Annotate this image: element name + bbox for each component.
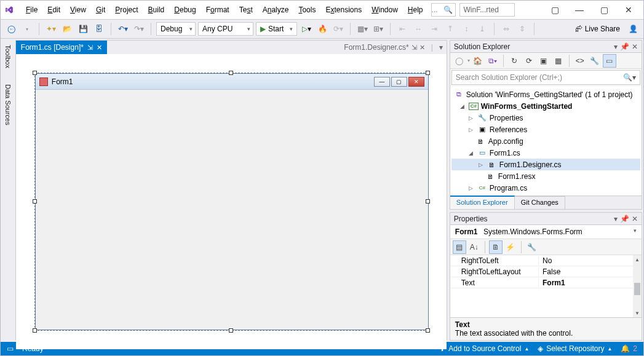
menu-build[interactable]: Build [144,3,169,17]
nav-back-button[interactable]: ◯← [4,22,18,36]
align-top-icon[interactable]: ⤒ [443,22,457,36]
tree-programcs-node[interactable]: ▷ C# Program.cs [451,182,640,194]
designer-selection-frame[interactable]: Form1 — ▢ ✕ [34,73,428,331]
live-share-button[interactable]: ⮳ Live Share [571,22,624,36]
menu-window[interactable]: Window [367,3,402,17]
save-button[interactable]: 💾 [76,22,90,36]
menu-tools[interactable]: Tools [294,3,320,17]
props-properties-icon[interactable]: 🗎 [489,240,503,254]
tree-form1resx-node[interactable]: 🗎 Form1.resx [451,170,640,182]
close-tab-icon[interactable]: ✕ [97,44,102,52]
align-middle-v-icon[interactable]: ↕ [459,22,473,36]
pin-icon[interactable]: ⇲ [411,44,417,52]
props-events-icon[interactable]: ⚡ [504,240,517,254]
chevron-down-icon[interactable]: ▾ [634,227,637,234]
tree-references-node[interactable]: ▷ ▣ References [451,124,640,135]
hot-reload-icon[interactable]: 🔥 [316,22,329,36]
redo-button[interactable]: ↷▾ [132,22,146,36]
expand-arrow-icon[interactable]: ▷ [467,127,475,133]
tree-solution-node[interactable]: ⧉ Solution 'WinForms_GettingStarted' (1 … [451,89,640,100]
property-row[interactable]: TextForm1 [450,277,642,288]
editor-tab-form1-designer-cs[interactable]: Form1.Designer.cs* ⇲ ✕ | ▾ [340,41,447,54]
scroll-thumb[interactable] [634,283,640,295]
save-all-button[interactable]: 🗄 [92,22,106,36]
se-refresh-icon[interactable]: ⟳ [522,54,536,68]
align-center-h-icon[interactable]: ↔ [411,22,425,36]
property-value[interactable]: Form1 [538,279,642,287]
solution-explorer-search[interactable]: Search Solution Explorer (Ctrl+;) 🔍▾ [451,70,640,85]
menu-debug[interactable]: Debug [170,3,200,17]
size-width-icon[interactable]: ⇔ [499,22,513,36]
new-project-button[interactable]: ✦▾ [44,22,58,36]
se-properties-icon[interactable]: 🔧 [588,54,602,68]
window-maximize-button[interactable]: ▢ [592,1,616,19]
property-value[interactable]: No [538,256,642,265]
title-search-box[interactable]: ... 🔍 [431,3,456,17]
se-switch-views-icon[interactable]: ⧉▾ [486,54,499,68]
start-button[interactable]: ▶Start [256,22,297,36]
props-categorized-icon[interactable]: ▤ [453,240,466,254]
platform-combo[interactable]: Any CPU [198,22,253,36]
align-left-icon[interactable]: ⇤ [396,22,409,36]
browser-link-icon[interactable]: ⟳▾ [332,22,345,36]
editor-tab-form1-design[interactable]: Form1.cs [Design]* ⇲ ✕ [16,41,107,54]
tree-appconfig-node[interactable]: 🗎 App.config [451,135,640,147]
expand-arrow-icon[interactable]: ▷ [467,115,475,121]
properties-grid[interactable]: RightToLeftNoRightToLeftLayoutFalseTextF… [450,255,642,317]
nav-forward-dropdown[interactable]: ▾ [20,22,34,36]
se-home-icon[interactable]: 🏠 [471,54,485,68]
menu-extensions[interactable]: Extensions [321,3,366,17]
undo-button[interactable]: ↶▾ [116,22,130,36]
solution-explorer-header[interactable]: Solution Explorer ▾ 📌 ✕ [450,41,642,53]
tab-solution-explorer[interactable]: Solution Explorer [450,196,515,209]
form1-window[interactable]: Form1 — ▢ ✕ [35,73,429,330]
sidebar-tab-toolbox[interactable]: Toolbox [4,42,12,71]
se-show-all-icon[interactable]: ▦ [552,54,565,68]
status-add-source-control[interactable]: ✚ Add to Source Control ▲ [439,344,529,353]
window-close-button[interactable]: ✕ [616,1,641,19]
tab-overflow-dropdown[interactable]: ▾ [439,43,443,52]
account-icon[interactable]: 👤 [626,22,640,36]
layout-group2-icon[interactable]: ⊞▾ [372,22,385,36]
align-right-icon[interactable]: ⇥ [427,22,441,36]
se-sync-icon[interactable]: ↻ [507,54,521,68]
panel-pin-icon[interactable]: 📌 [620,42,629,51]
menu-help[interactable]: Help [403,3,427,17]
menu-view[interactable]: View [66,3,90,17]
status-select-repository[interactable]: ◈ Select Repository ▲ [538,344,612,353]
panel-dropdown-icon[interactable]: ▾ [614,42,618,51]
props-wrench-icon[interactable]: 🔧 [525,240,539,254]
size-height-icon[interactable]: ⇕ [515,22,529,36]
tree-properties-node[interactable]: ▷ 🔧 Properties [451,112,640,124]
properties-scrollbar[interactable]: ▲ ▼ [633,255,642,317]
tree-project-node[interactable]: ◢ C# WinForms_GettingStarted [451,100,640,112]
menu-analyze[interactable]: Analyze [258,3,293,17]
tree-form1cs-node[interactable]: ◢ ▭ Form1.cs [451,147,640,159]
se-code-icon[interactable]: <> [573,54,587,68]
solution-tree[interactable]: ⧉ Solution 'WinForms_GettingStarted' (1 … [450,86,642,196]
expand-arrow-icon[interactable]: ◢ [459,103,466,109]
panel-close-icon[interactable]: ✕ [632,215,638,223]
start-without-debug-button[interactable]: ▷▾ [300,22,313,36]
scroll-down-icon[interactable]: ▼ [633,309,642,317]
expand-arrow-icon[interactable]: ▷ [467,185,475,191]
panel-pin-icon[interactable]: 📌 [620,215,629,223]
property-row[interactable]: RightToLeftLayoutFalse [450,266,642,277]
window-devtools-icon[interactable]: ▢ [543,1,567,19]
se-collapse-icon[interactable]: ▣ [537,54,551,68]
layout-group1-icon[interactable]: ▦▾ [356,22,369,36]
align-bottom-icon[interactable]: ⤓ [475,22,489,36]
property-value[interactable]: False [538,267,642,276]
menu-format[interactable]: Format [202,3,234,17]
tab-git-changes[interactable]: Git Changes [515,196,565,209]
config-combo[interactable]: Debug [156,22,196,36]
output-icon[interactable]: ▭ [7,344,14,353]
panel-dropdown-icon[interactable]: ▾ [614,215,618,223]
expand-arrow-icon[interactable]: ▷ [477,162,485,168]
pin-icon[interactable]: ⇲ [87,44,93,52]
menu-git[interactable]: Git [92,3,109,17]
window-minimize-button[interactable]: — [567,1,592,19]
expand-arrow-icon[interactable]: ◢ [467,150,475,156]
close-tab-icon[interactable]: ✕ [419,44,425,52]
designer-canvas[interactable]: Form1 — ▢ ✕ [16,54,447,349]
